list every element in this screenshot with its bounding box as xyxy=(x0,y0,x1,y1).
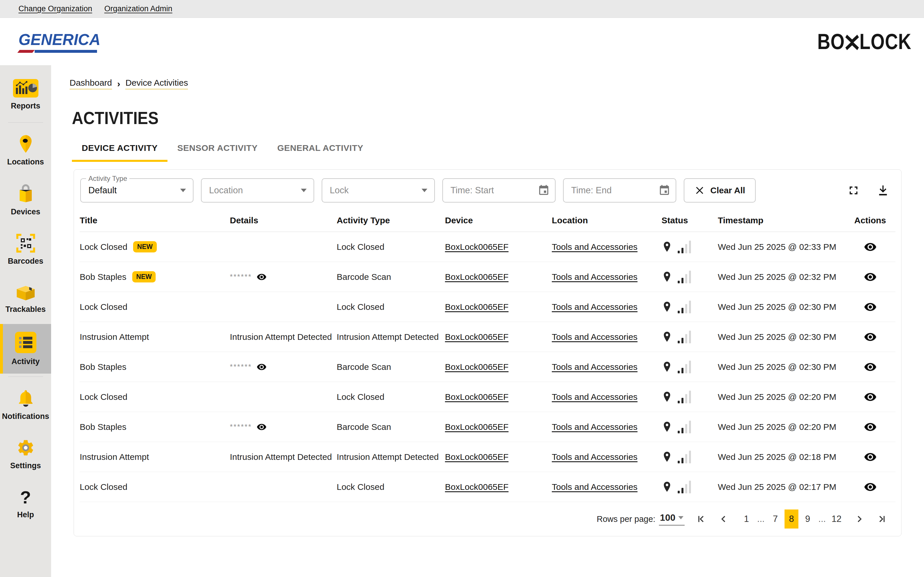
activity-type-cell: Barcode Scan xyxy=(337,422,445,432)
actions-cell xyxy=(845,480,895,494)
sidebar-item-label: Reports xyxy=(11,102,40,111)
location-pin-icon xyxy=(17,134,35,153)
details-text: Intrusion Attempt Detected xyxy=(230,332,332,342)
view-activity-eye-icon[interactable] xyxy=(864,450,877,464)
sidebar-item-label: Settings xyxy=(10,461,41,470)
new-badge: NEW xyxy=(133,241,157,253)
location-link[interactable]: Tools and Accessories xyxy=(552,422,638,432)
page-number-9[interactable]: 9 xyxy=(801,509,814,529)
view-activity-eye-icon[interactable] xyxy=(864,270,877,284)
location-link[interactable]: Tools and Accessories xyxy=(552,482,638,492)
timestamp-cell: Wed Jun 25 2025 @ 02:30 PM xyxy=(718,302,845,312)
actions-cell xyxy=(845,240,895,254)
last-page-button[interactable] xyxy=(876,514,888,524)
device-link[interactable]: BoxLock0065EF xyxy=(445,272,509,282)
activity-type-cell: Lock Closed xyxy=(337,392,445,402)
device-link[interactable]: BoxLock0065EF xyxy=(445,482,509,492)
masked-details: ****** xyxy=(230,363,252,371)
download-icon[interactable] xyxy=(876,184,890,197)
view-activity-eye-icon[interactable] xyxy=(864,330,877,343)
reveal-details-eye-icon[interactable] xyxy=(257,422,267,432)
device-link[interactable]: BoxLock0065EF xyxy=(445,302,509,312)
column-header-title: Title xyxy=(80,216,230,225)
sidebar-item-help[interactable]: ?Help xyxy=(0,479,51,529)
lock-placeholder: Lock xyxy=(330,185,349,196)
device-link[interactable]: BoxLock0065EF xyxy=(445,452,509,462)
change-organization-link[interactable]: Change Organization xyxy=(18,4,92,13)
page-number-1[interactable]: 1 xyxy=(740,509,753,529)
first-page-button[interactable] xyxy=(695,514,707,524)
details-text: Intrusion Attempt Detected xyxy=(230,452,332,462)
reveal-details-eye-icon[interactable] xyxy=(257,272,267,282)
sidebar-item-reports[interactable]: Reports xyxy=(0,70,51,119)
location-link[interactable]: Tools and Accessories xyxy=(552,302,638,312)
activity-type-cell: Intrusion Attempt Detected xyxy=(337,332,445,342)
location-link[interactable]: Tools and Accessories xyxy=(552,332,638,342)
sidebar-item-trackables[interactable]: Trackables xyxy=(0,274,51,324)
reveal-details-eye-icon[interactable] xyxy=(257,362,267,372)
sidebar-item-locations[interactable]: Locations xyxy=(0,126,51,175)
sidebar-item-barcodes[interactable]: Barcodes xyxy=(0,225,51,274)
calendar-icon[interactable] xyxy=(538,184,550,197)
activity-type-cell: Lock Closed xyxy=(337,242,445,252)
rows-per-page-select[interactable]: 100 xyxy=(659,513,685,525)
tab-general-activity[interactable]: GENERAL ACTIVITY xyxy=(267,143,373,162)
tab-sensor-activity[interactable]: SENSOR ACTIVITY xyxy=(168,143,267,162)
title-cell: Lock ClosedNEW xyxy=(80,241,230,253)
page-number-8[interactable]: 8 xyxy=(785,509,798,529)
status-cell xyxy=(662,390,718,404)
view-activity-eye-icon[interactable] xyxy=(864,360,877,374)
clear-all-button[interactable]: Clear All xyxy=(684,178,756,203)
calendar-icon[interactable] xyxy=(658,184,670,197)
title-cell: Lock Closed xyxy=(80,482,230,492)
page-number-12[interactable]: 12 xyxy=(830,509,843,529)
location-cell: Tools and Accessories xyxy=(552,362,662,372)
tab-device-activity[interactable]: DEVICE ACTIVITY xyxy=(72,143,168,162)
sidebar-item-notifications[interactable]: Notifications xyxy=(0,380,51,429)
status-cell xyxy=(662,480,718,494)
breadcrumb-link-device-activities[interactable]: Device Activities xyxy=(125,78,188,90)
organization-admin-link[interactable]: Organization Admin xyxy=(104,4,172,13)
table-row: Instrusion Attempt Intrusion Attempt Det… xyxy=(80,442,895,472)
next-page-button[interactable] xyxy=(853,514,866,524)
fullscreen-icon[interactable] xyxy=(847,184,860,197)
breadcrumb-link-dashboard[interactable]: Dashboard xyxy=(69,78,112,90)
location-link[interactable]: Tools and Accessories xyxy=(552,452,638,462)
sidebar-item-label: Devices xyxy=(11,208,40,216)
sidebar-item-devices[interactable]: Devices xyxy=(0,175,51,225)
view-activity-eye-icon[interactable] xyxy=(864,480,877,494)
device-link[interactable]: BoxLock0065EF xyxy=(445,422,509,432)
device-link[interactable]: BoxLock0065EF xyxy=(445,392,509,402)
activity-type-select[interactable]: Activity Type Default xyxy=(80,178,194,203)
table-toolbar xyxy=(847,184,895,197)
location-link[interactable]: Tools and Accessories xyxy=(552,362,638,372)
location-link[interactable]: Tools and Accessories xyxy=(552,392,638,402)
sidebar-item-settings[interactable]: Settings xyxy=(0,429,51,479)
location-link[interactable]: Tools and Accessories xyxy=(552,272,638,282)
location-link[interactable]: Tools and Accessories xyxy=(552,242,638,252)
device-link[interactable]: BoxLock0065EF xyxy=(445,242,509,252)
page-number-7[interactable]: 7 xyxy=(768,509,782,529)
time-end-input[interactable]: Time: End xyxy=(563,178,676,203)
location-cell: Tools and Accessories xyxy=(552,332,662,342)
time-start-input[interactable]: Time: Start xyxy=(443,178,556,203)
timestamp-cell: Wed Jun 25 2025 @ 02:18 PM xyxy=(718,452,845,462)
bell-icon xyxy=(16,388,35,408)
previous-page-button[interactable] xyxy=(717,514,730,524)
location-pin-icon xyxy=(662,240,672,254)
sidebar-item-activity[interactable]: Activity xyxy=(0,324,51,374)
location-select[interactable]: Location xyxy=(201,178,314,203)
details-cell: Intrusion Attempt Detected xyxy=(230,452,337,462)
device-link[interactable]: BoxLock0065EF xyxy=(445,332,509,342)
title-cell: Bob Staples xyxy=(80,422,230,432)
view-activity-eye-icon[interactable] xyxy=(864,300,877,314)
view-activity-eye-icon[interactable] xyxy=(864,420,877,434)
rows-per-page: Rows per page: 100 xyxy=(596,513,685,525)
timestamp-cell: Wed Jun 25 2025 @ 02:30 PM xyxy=(718,362,845,372)
view-activity-eye-icon[interactable] xyxy=(864,240,877,254)
lock-select[interactable]: Lock xyxy=(321,178,435,203)
device-link[interactable]: BoxLock0065EF xyxy=(445,362,509,372)
status-cell xyxy=(662,330,718,344)
new-badge: NEW xyxy=(132,271,156,282)
view-activity-eye-icon[interactable] xyxy=(864,390,877,404)
